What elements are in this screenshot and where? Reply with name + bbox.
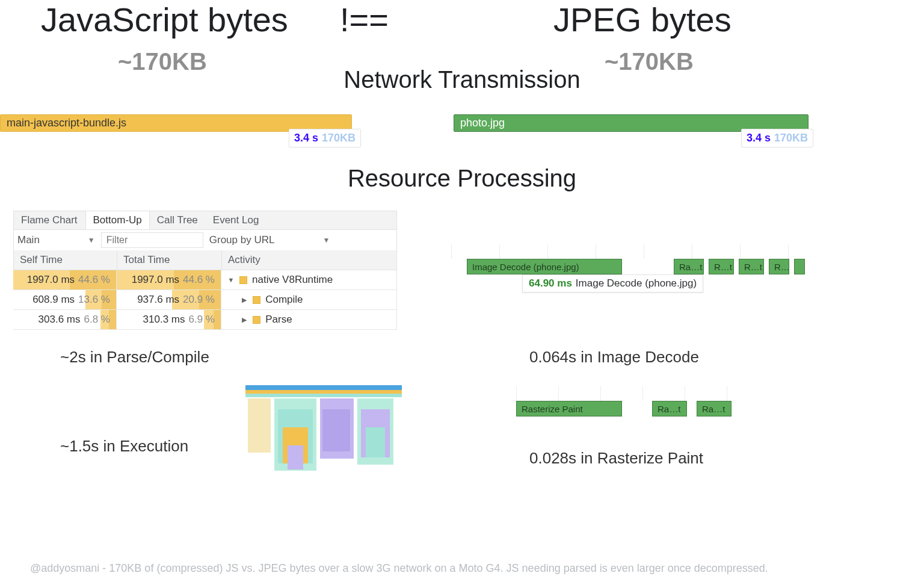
tab-flame-chart[interactable]: Flame Chart <box>14 211 85 229</box>
tab-call-tree[interactable]: Call Tree <box>150 211 206 229</box>
heading-js: JavaScript bytes <box>41 0 288 39</box>
network-badge-js-time: 3.4 s <box>294 132 318 144</box>
section-network: Network Transmission <box>0 66 924 93</box>
table-row[interactable]: 303.6 ms6.8 %310.3 ms6.9 % ▶Parse <box>13 310 397 330</box>
group-select[interactable]: Group by URL ▼ <box>209 234 330 246</box>
timeline-segment[interactable]: Ra…t <box>674 259 704 274</box>
summary-img-raster: 0.028s in Rasterize Paint <box>529 449 703 468</box>
devtools-tabs: Flame Chart Bottom-Up Call Tree Event Lo… <box>13 211 397 230</box>
disclosure-triangle-icon[interactable]: ▼ <box>227 276 235 283</box>
col-self-time[interactable]: Self Time <box>14 250 117 270</box>
network-badge-img: 3.4 s170KB <box>741 129 813 147</box>
svg-rect-3 <box>248 398 271 453</box>
filter-input[interactable] <box>101 232 203 248</box>
activity-color-swatch <box>253 296 260 304</box>
disclosure-triangle-icon[interactable]: ▶ <box>241 316 248 324</box>
devtools-panel: Flame Chart Bottom-Up Call Tree Event Lo… <box>13 211 397 330</box>
section-resource: Resource Processing <box>0 165 924 192</box>
disclosure-triangle-icon[interactable]: ▶ <box>241 296 248 304</box>
devtools-toolbar: Main ▼ Group by URL ▼ <box>13 230 397 250</box>
timeline-segment[interactable]: Ra…t <box>697 401 732 416</box>
timeline-segment[interactable] <box>794 259 805 274</box>
network-badge-js: 3.4 s170KB <box>289 129 361 147</box>
timeline-segment[interactable]: Rasterize Paint <box>516 401 622 416</box>
svg-rect-2 <box>245 394 402 397</box>
timeline-segment[interactable]: R…t <box>739 259 764 274</box>
thread-select-value: Main <box>17 234 40 246</box>
group-select-value: Group by URL <box>209 234 275 246</box>
svg-rect-11 <box>366 427 385 457</box>
timeline-ruler <box>451 244 824 259</box>
activity-color-swatch <box>239 276 247 284</box>
svg-rect-12 <box>288 445 303 469</box>
table-row[interactable]: 1997.0 ms44.6 %1997.0 ms44.6 %▼native V8… <box>13 270 397 290</box>
thread-select[interactable]: Main ▼ <box>17 234 95 246</box>
network-badge-img-time: 3.4 s <box>747 132 771 144</box>
svg-rect-8 <box>322 409 350 451</box>
tab-bottom-up[interactable]: Bottom-Up <box>85 211 150 229</box>
footer-attribution: @addyosmani - 170KB of (compressed) JS v… <box>30 562 768 575</box>
summary-js-parse: ~2s in Parse/Compile <box>60 348 209 367</box>
flame-graph-thumbnail <box>245 385 402 481</box>
table-row[interactable]: 608.9 ms13.6 %937.6 ms20.9 % ▶Compile <box>13 290 397 310</box>
timeline-tooltip-ms: 64.90 ms <box>529 277 572 289</box>
col-total-time[interactable]: Total Time <box>117 250 222 270</box>
svg-rect-0 <box>245 385 402 390</box>
timeline-segment[interactable]: R…t <box>709 259 734 274</box>
chevron-down-icon: ▼ <box>322 236 330 244</box>
timeline-segment[interactable]: Image Decode (phone.jpg) <box>467 259 622 274</box>
summary-img-decode: 0.064s in Image Decode <box>529 348 699 367</box>
network-bar-js-label: main-javascript-bundle.js <box>7 117 126 129</box>
network-bar-img-label: photo.jpg <box>460 117 505 129</box>
svg-rect-1 <box>245 390 402 394</box>
network-badge-js-size: 170KB <box>322 132 356 144</box>
summary-js-exec: ~1.5s in Execution <box>60 437 188 456</box>
devtools-table-head: Self Time Total Time Activity <box>13 250 397 270</box>
timeline-segment[interactable]: R… <box>769 259 789 274</box>
timeline-tooltip: 64.90 msImage Decode (phone.jpg) <box>522 274 703 293</box>
timeline-raster: Rasterize PaintRa…tRa…t <box>516 386 769 401</box>
timeline-tooltip-label: Image Decode (phone.jpg) <box>576 277 697 289</box>
timeline-segment[interactable]: Ra…t <box>652 401 687 416</box>
chevron-down-icon: ▼ <box>88 236 95 244</box>
tab-event-log[interactable]: Event Log <box>206 211 267 229</box>
heading-jpeg: JPEG bytes <box>553 0 732 39</box>
activity-color-swatch <box>253 316 260 324</box>
heading-neq: !== <box>340 0 389 39</box>
network-badge-img-size: 170KB <box>774 132 808 144</box>
col-activity[interactable]: Activity <box>222 250 396 270</box>
timeline-ruler-2 <box>516 386 769 401</box>
timeline-decode: Image Decode (phone.jpg)Ra…tR…tR…tR… 64.… <box>451 244 824 259</box>
